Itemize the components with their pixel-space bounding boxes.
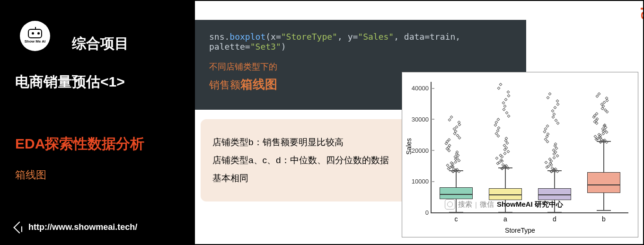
box-category: d — [530, 82, 579, 212]
y-tick: 20000 — [408, 147, 432, 154]
main-title: 电商销量预估<1> — [15, 72, 181, 92]
logo: Show Me AI — [20, 21, 50, 51]
code-fn: boxplot — [229, 32, 265, 42]
plot-area: 010000200003000040000cadb — [431, 82, 628, 213]
site-link[interactable]: http://www.showmeai.tech/ — [15, 222, 137, 232]
box — [489, 188, 522, 200]
code-line: sns.boxplot(x="StoreType", y="Sales", da… — [209, 32, 512, 52]
logo-text: Show Me AI — [25, 39, 46, 44]
box-category: a — [481, 82, 530, 212]
subtitle-red: EDA探索性数据分析 — [15, 134, 181, 154]
small-label: 箱线图 — [15, 168, 181, 182]
box — [440, 187, 473, 199]
y-tick: 40000 — [408, 85, 432, 92]
speech-bubble: 店铺类型b：销售额要明显比较高 店铺类型a、c、d：中位数、四分位数的数据基本相… — [201, 119, 409, 201]
y-tick: 10000 — [408, 178, 432, 185]
x-tick: c — [455, 215, 458, 223]
x-tick: b — [602, 215, 606, 223]
logo-icon — [28, 29, 42, 38]
slide: Show Me AI 综合项目 电商销量预估<1> EDA探索性数据分析 箱线图… — [0, 0, 644, 245]
box — [587, 172, 620, 193]
left-panel: Show Me AI 综合项目 电商销量预估<1> EDA探索性数据分析 箱线图… — [1, 1, 195, 244]
box — [538, 188, 571, 200]
search-icon — [445, 199, 455, 210]
watermark-brand: ShowMeAI 研究中心 — [497, 200, 563, 209]
y-tick: 0 — [408, 209, 432, 216]
site-url: http://www.showmeai.tech/ — [28, 222, 137, 232]
x-tick: a — [503, 215, 507, 223]
bubble-line2: 店铺类型a、c、d：中位数、四分位数的数据基本相同 — [212, 151, 397, 187]
cursor-icon — [13, 221, 25, 233]
x-axis-label: StoreType — [505, 227, 535, 234]
bubble-line1: 店铺类型b：销售额要明显比较高 — [212, 133, 397, 151]
boxplot-chart: Sales 010000200003000040000cadb StoreTyp… — [402, 72, 638, 237]
y-tick: 30000 — [408, 115, 432, 122]
caption-line1: 不同店铺类型下的 — [209, 61, 512, 72]
right-panel: sns.boxplot(x="StoreType", y="Sales", da… — [195, 1, 643, 244]
box-category: c — [432, 82, 481, 212]
project-label: 综合项目 — [72, 34, 181, 53]
watermark: 搜索 | 微信 ShowMeAI 研究中心 — [445, 199, 626, 210]
side-brand: ShowMeAI — [638, 0, 644, 20]
box-category: b — [579, 82, 628, 212]
x-tick: d — [553, 215, 556, 223]
